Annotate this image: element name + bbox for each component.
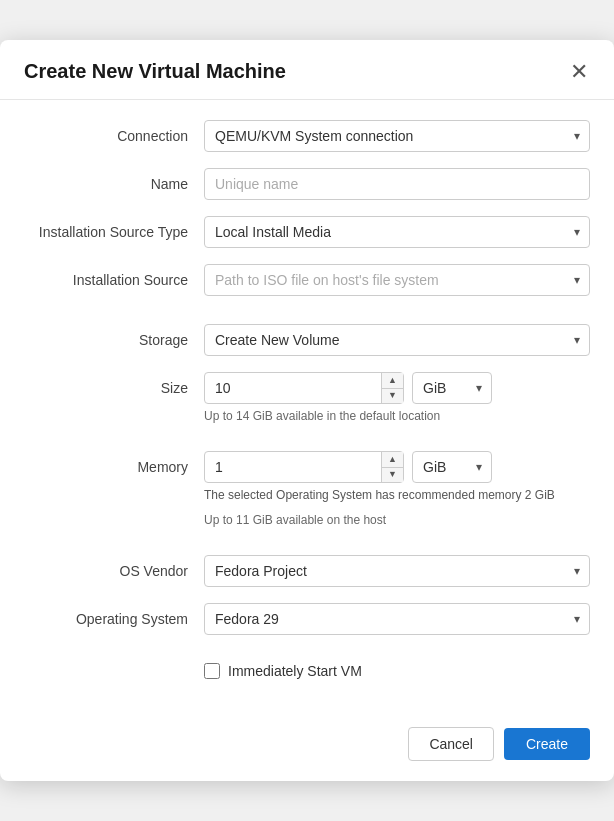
size-label: Size: [24, 372, 204, 396]
connection-label: Connection: [24, 120, 204, 144]
create-vm-dialog: Create New Virtual Machine ✕ Connection …: [0, 40, 614, 781]
size-unit-inner-wrapper: GiBMiB ▾: [412, 372, 492, 404]
os-row: Operating System Fedora 29Fedora 30Fedor…: [24, 603, 590, 635]
size-input[interactable]: [204, 372, 404, 404]
memory-hint1: The selected Operating System has recomm…: [204, 488, 590, 502]
name-control: [204, 168, 590, 200]
size-unit-select-wrapper: GiBMiB ▾: [412, 372, 492, 404]
dialog-header: Create New Virtual Machine ✕: [0, 40, 614, 100]
divider-1: [24, 312, 590, 324]
connection-row: Connection QEMU/KVM System connectionQEM…: [24, 120, 590, 152]
os-control: Fedora 29Fedora 30Fedora 31 ▾: [204, 603, 590, 635]
immediately-start-label: Immediately Start VM: [228, 663, 362, 679]
close-button[interactable]: ✕: [568, 61, 590, 83]
storage-select[interactable]: Create New VolumeSelect or Create Custom…: [204, 324, 590, 356]
install-source-select-wrapper: Path to ISO file on host's file system ▾: [204, 264, 590, 296]
os-label: Operating System: [24, 603, 204, 627]
install-source-control: Path to ISO file on host's file system ▾: [204, 264, 590, 296]
os-vendor-select[interactable]: Fedora ProjectRed HatUbuntuDebian: [204, 555, 590, 587]
os-vendor-select-wrapper: Fedora ProjectRed HatUbuntuDebian ▾: [204, 555, 590, 587]
name-label: Name: [24, 168, 204, 192]
size-decrement-button[interactable]: ▼: [382, 389, 403, 404]
memory-input-row: ▲ ▼ GiBMiB ▾: [204, 451, 590, 483]
os-vendor-control: Fedora ProjectRed HatUbuntuDebian ▾: [204, 555, 590, 587]
os-select-wrapper: Fedora 29Fedora 30Fedora 31 ▾: [204, 603, 590, 635]
immediately-start-checkbox[interactable]: [204, 663, 220, 679]
size-unit-select[interactable]: GiBMiB: [412, 372, 492, 404]
cancel-button[interactable]: Cancel: [408, 727, 494, 761]
size-increment-button[interactable]: ▲: [382, 373, 403, 389]
divider-2: [24, 439, 590, 451]
size-control: ▲ ▼ GiBMiB ▾ Up to 14 GiB available in t…: [204, 372, 590, 423]
dialog-body: Connection QEMU/KVM System connectionQEM…: [0, 100, 614, 715]
storage-control: Create New VolumeSelect or Create Custom…: [204, 324, 590, 356]
memory-unit-inner-wrapper: GiBMiB ▾: [412, 451, 492, 483]
install-source-label: Installation Source: [24, 264, 204, 288]
divider-4: [24, 651, 590, 663]
name-row: Name: [24, 168, 590, 200]
create-button[interactable]: Create: [504, 728, 590, 760]
memory-unit-select-wrapper: GiBMiB ▾: [412, 451, 492, 483]
memory-input-wrapper: ▲ ▼: [204, 451, 404, 483]
storage-label: Storage: [24, 324, 204, 348]
divider-3: [24, 543, 590, 555]
os-select[interactable]: Fedora 29Fedora 30Fedora 31: [204, 603, 590, 635]
memory-input[interactable]: [204, 451, 404, 483]
name-input[interactable]: [204, 168, 590, 200]
install-source-type-control: Local Install MediaURLPXE ▾: [204, 216, 590, 248]
connection-select-wrapper: QEMU/KVM System connectionQEMU/KVM User …: [204, 120, 590, 152]
size-hint: Up to 14 GiB available in the default lo…: [204, 409, 590, 423]
install-source-select[interactable]: Path to ISO file on host's file system: [204, 264, 590, 296]
install-source-type-label: Installation Source Type: [24, 216, 204, 240]
memory-row: Memory ▲ ▼ GiBMiB ▾: [24, 451, 590, 527]
memory-decrement-button[interactable]: ▼: [382, 468, 403, 483]
memory-increment-button[interactable]: ▲: [382, 452, 403, 468]
os-vendor-label: OS Vendor: [24, 555, 204, 579]
size-input-row: ▲ ▼ GiBMiB ▾: [204, 372, 590, 404]
memory-spinner: ▲ ▼: [381, 452, 403, 482]
connection-select[interactable]: QEMU/KVM System connectionQEMU/KVM User …: [204, 120, 590, 152]
memory-hint-spacer: [204, 502, 590, 508]
storage-select-wrapper: Create New VolumeSelect or Create Custom…: [204, 324, 590, 356]
memory-hint2: Up to 11 GiB available on the host: [204, 513, 590, 527]
install-source-type-select-wrapper: Local Install MediaURLPXE ▾: [204, 216, 590, 248]
memory-control: ▲ ▼ GiBMiB ▾ The selected Operating Syst…: [204, 451, 590, 527]
dialog-footer: Cancel Create: [0, 715, 614, 781]
storage-row: Storage Create New VolumeSelect or Creat…: [24, 324, 590, 356]
immediately-start-row: Immediately Start VM: [204, 663, 590, 679]
dialog-title: Create New Virtual Machine: [24, 60, 286, 83]
install-source-type-select[interactable]: Local Install MediaURLPXE: [204, 216, 590, 248]
memory-unit-select[interactable]: GiBMiB: [412, 451, 492, 483]
size-row: Size ▲ ▼ GiBMiB ▾: [24, 372, 590, 423]
memory-label: Memory: [24, 451, 204, 475]
install-source-row: Installation Source Path to ISO file on …: [24, 264, 590, 296]
size-input-wrapper: ▲ ▼: [204, 372, 404, 404]
size-spinner: ▲ ▼: [381, 373, 403, 403]
install-source-type-row: Installation Source Type Local Install M…: [24, 216, 590, 248]
connection-control: QEMU/KVM System connectionQEMU/KVM User …: [204, 120, 590, 152]
os-vendor-row: OS Vendor Fedora ProjectRed HatUbuntuDeb…: [24, 555, 590, 587]
